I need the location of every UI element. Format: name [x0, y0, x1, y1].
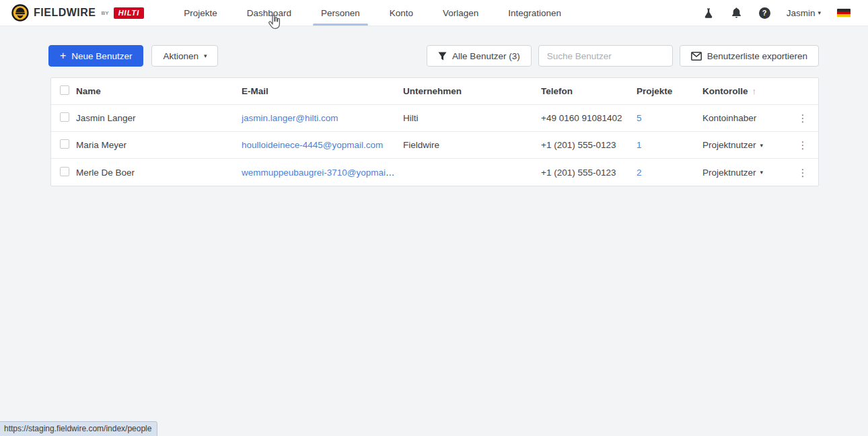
user-email-link[interactable]: jasmin.langer@hilti.com: [242, 113, 338, 123]
header-checkbox-cell: [51, 85, 76, 97]
row-checkbox[interactable]: [60, 167, 69, 176]
table-header-row: Name E-Mail Unternehmen Telefon Projekte…: [51, 78, 818, 105]
nav-item-integrationen[interactable]: Integrationen: [493, 0, 576, 26]
toolbar-right-group: Alle Benutzer (3) Benutzerliste exportie…: [427, 45, 819, 67]
table-row: Maria Meyer houlloideinece-4445@yopmail.…: [51, 132, 818, 159]
user-email-link[interactable]: wemmuppeubaugrei-3710@yopmail.c...: [242, 168, 402, 178]
statusbar-url: https://staging.fieldwire.com/index/peop…: [4, 424, 151, 433]
export-label: Benutzerliste exportieren: [707, 51, 807, 61]
column-header-role[interactable]: Kontorolle↑: [702, 86, 794, 96]
nav-item-projekte[interactable]: Projekte: [169, 0, 232, 26]
brand-name: FIELDWIRE: [34, 7, 96, 19]
toolbar-left-group: + Neue Benutzer Aktionen ▾: [48, 45, 218, 67]
export-users-button[interactable]: Benutzerliste exportieren: [680, 45, 819, 67]
select-all-checkbox[interactable]: [60, 85, 69, 95]
search-users-input[interactable]: [538, 45, 673, 67]
row-checkbox[interactable]: [60, 112, 69, 122]
brand-by-label: BY: [102, 10, 109, 16]
user-company: Fieldwire: [403, 140, 541, 150]
labs-flask-icon[interactable]: [702, 7, 715, 19]
row-menu-kebab-icon[interactable]: ⋮: [794, 140, 818, 150]
user-projects-count-link[interactable]: 1: [637, 140, 642, 150]
hilti-logo: HILTI: [114, 7, 145, 19]
envelope-icon: [691, 52, 702, 61]
chevron-down-icon: ▾: [204, 53, 207, 59]
nav-label: Personen: [321, 8, 360, 18]
row-checkbox-cell: [51, 112, 76, 124]
fieldwire-brand[interactable]: FIELDWIRE BY HILTI: [0, 0, 144, 26]
user-role-dropdown[interactable]: Projektnutzer ▾: [702, 168, 794, 178]
nav-label: Projekte: [184, 8, 217, 18]
row-menu-kebab-icon[interactable]: ⋮: [794, 113, 818, 123]
filter-funnel-icon: [438, 52, 447, 61]
user-phone: +1 (201) 555-0123: [541, 140, 637, 150]
user-company: Hilti: [403, 113, 541, 123]
link-preview-statusbar: https://staging.fieldwire.com/index/peop…: [0, 421, 157, 436]
chevron-down-icon: ▾: [818, 10, 821, 16]
topbar-right-controls: ? Jasmin ▾: [702, 0, 868, 26]
column-header-phone[interactable]: Telefon: [541, 86, 637, 96]
nav-label: Integrationen: [508, 8, 561, 18]
nav-item-konto[interactable]: Konto: [375, 0, 428, 26]
user-phone: +49 0160 91081402: [541, 113, 637, 123]
user-email-link[interactable]: houlloideinece-4445@yopmail.com: [242, 140, 383, 150]
nav-label: Konto: [390, 8, 413, 18]
user-projects-count-link[interactable]: 2: [637, 168, 642, 178]
row-menu-kebab-icon[interactable]: ⋮: [794, 168, 818, 178]
sort-ascending-icon: ↑: [752, 86, 757, 96]
nav-item-dashboard[interactable]: Dashboard: [232, 0, 306, 26]
user-role-dropdown[interactable]: Projektnutzer ▾: [702, 140, 794, 150]
column-header-projects[interactable]: Projekte: [637, 86, 702, 96]
filter-label: Alle Benutzer (3): [452, 51, 520, 61]
plus-icon: +: [60, 50, 66, 61]
user-projects-count-link[interactable]: 5: [637, 113, 642, 123]
user-role-label: Projektnutzer: [702, 140, 756, 150]
row-checkbox[interactable]: [60, 139, 69, 149]
germany-flag-icon[interactable]: [837, 9, 851, 17]
nav-item-personen[interactable]: Personen: [306, 0, 375, 26]
people-toolbar: + Neue Benutzer Aktionen ▾ Alle Benutzer…: [48, 45, 819, 67]
user-name: Jasmin Langer: [76, 113, 242, 123]
user-phone: +1 (201) 555-0123: [541, 168, 637, 178]
main-nav: Projekte Dashboard Personen Konto Vorlag…: [169, 0, 576, 26]
new-user-label: Neue Benutzer: [71, 51, 132, 61]
row-checkbox-cell: [51, 167, 76, 178]
filter-users-button[interactable]: Alle Benutzer (3): [427, 45, 532, 67]
actions-dropdown-button[interactable]: Aktionen ▾: [151, 45, 218, 67]
user-role: Kontoinhaber: [702, 113, 794, 123]
users-table: Name E-Mail Unternehmen Telefon Projekte…: [50, 77, 819, 186]
user-menu-label: Jasmin: [787, 8, 816, 18]
help-icon[interactable]: ?: [759, 7, 770, 19]
fieldwire-logo-icon: [11, 4, 29, 22]
user-name: Merle De Boer: [76, 168, 242, 178]
active-tab-underline: [313, 24, 368, 26]
column-header-name[interactable]: Name: [76, 86, 242, 96]
nav-item-vorlagen[interactable]: Vorlagen: [428, 0, 493, 26]
column-header-email[interactable]: E-Mail: [242, 86, 403, 96]
table-row: Merle De Boer wemmuppeubaugrei-3710@yopm…: [51, 159, 818, 186]
notifications-bell-icon[interactable]: [731, 7, 743, 19]
row-checkbox-cell: [51, 139, 76, 151]
user-name: Maria Meyer: [76, 140, 242, 150]
top-navigation-bar: FIELDWIRE BY HILTI Projekte Dashboard Pe…: [0, 0, 868, 26]
chevron-down-icon: ▾: [760, 169, 764, 176]
new-user-button[interactable]: + Neue Benutzer: [48, 45, 143, 67]
flag-stripe: [837, 14, 851, 17]
nav-label: Vorlagen: [443, 8, 478, 18]
table-row: Jasmin Langer jasmin.langer@hilti.com Hi…: [51, 105, 818, 132]
actions-label: Aktionen: [163, 51, 198, 61]
user-role-label: Projektnutzer: [702, 168, 756, 178]
user-menu[interactable]: Jasmin ▾: [787, 8, 821, 18]
column-header-company[interactable]: Unternehmen: [403, 86, 541, 96]
chevron-down-icon: ▾: [760, 142, 764, 149]
nav-label: Dashboard: [247, 8, 291, 18]
